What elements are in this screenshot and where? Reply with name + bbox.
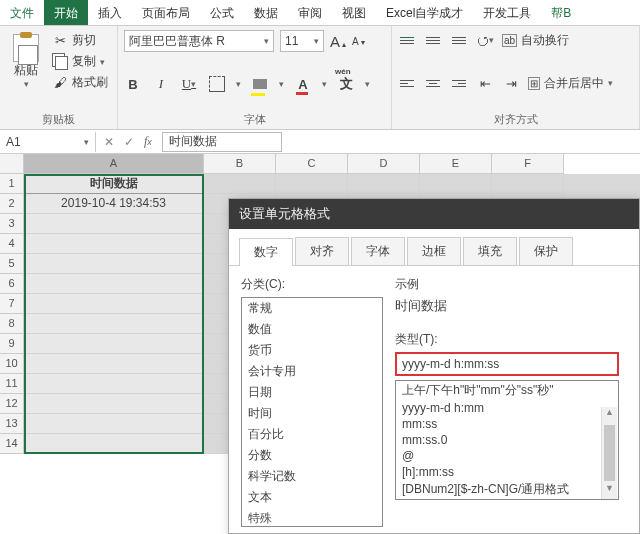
row-header[interactable]: 4 [0, 234, 24, 254]
name-box[interactable]: A1▾ [0, 132, 96, 152]
col-header[interactable]: A [24, 154, 204, 174]
row-header[interactable]: 12 [0, 394, 24, 414]
category-item[interactable]: 分数 [242, 445, 382, 466]
formula-bar[interactable]: 时间数据 [162, 132, 282, 152]
bold-button[interactable]: B [124, 74, 142, 94]
row-header[interactable]: 14 [0, 434, 24, 454]
align-top-button[interactable] [398, 30, 416, 50]
scroll-down-icon[interactable]: ▼ [602, 483, 617, 499]
cell[interactable] [24, 414, 204, 434]
shrink-font-button[interactable]: A▾ [352, 36, 365, 47]
copy-button[interactable]: 复制 ▾ [52, 53, 108, 70]
type-item[interactable]: [h]:mm:ss [396, 464, 618, 480]
col-header[interactable]: D [348, 154, 420, 174]
phonetic-button[interactable]: 文 [337, 74, 355, 94]
type-list[interactable]: 上午/下午h"时"mm"分"ss"秒" yyyy-m-d h:mm mm:ss … [395, 380, 619, 500]
category-item[interactable]: 特殊 [242, 508, 382, 527]
cell[interactable]: 2019-10-4 19:34:53 [24, 194, 204, 214]
category-item[interactable]: 日期 [242, 382, 382, 403]
font-color-button[interactable]: A [294, 74, 312, 94]
cell[interactable] [24, 334, 204, 354]
cell[interactable] [24, 394, 204, 414]
cell[interactable] [24, 274, 204, 294]
cell[interactable] [420, 174, 492, 194]
cell[interactable] [492, 174, 564, 194]
category-item[interactable]: 数值 [242, 319, 382, 340]
scroll-thumb[interactable] [604, 425, 615, 481]
type-item[interactable]: mm:ss.0 [396, 432, 618, 448]
underline-button[interactable]: U▾ [180, 74, 198, 94]
align-left-button[interactable] [398, 73, 416, 93]
row-header[interactable]: 3 [0, 214, 24, 234]
font-name-select[interactable]: 阿里巴巴普惠体 R▾ [124, 30, 274, 52]
cell[interactable] [24, 434, 204, 454]
cell[interactable] [24, 214, 204, 234]
merge-center-button[interactable]: ⊞合并后居中 ▾ [528, 75, 613, 92]
grow-font-button[interactable]: A▴ [330, 33, 346, 50]
cell[interactable] [348, 174, 420, 194]
type-item[interactable]: 上午/下午h"时"mm"分"ss"秒" [396, 381, 618, 400]
type-item[interactable]: @ [396, 448, 618, 464]
row-header[interactable]: 2 [0, 194, 24, 214]
cell[interactable] [24, 254, 204, 274]
wrap-text-button[interactable]: ab自动换行 [502, 32, 569, 49]
cell[interactable] [24, 234, 204, 254]
tab-formula[interactable]: 公式 [200, 0, 244, 25]
row-header[interactable]: 5 [0, 254, 24, 274]
col-header[interactable]: B [204, 154, 276, 174]
italic-button[interactable]: I [152, 74, 170, 94]
scroll-up-icon[interactable]: ▲ [602, 407, 617, 423]
cell[interactable]: 时间数据 [24, 174, 204, 194]
category-item[interactable]: 会计专用 [242, 361, 382, 382]
category-list[interactable]: 常规 数值 货币 会计专用 日期 时间 百分比 分数 科学记数 文本 特殊 自定… [241, 297, 383, 527]
dialog-tab-align[interactable]: 对齐 [295, 237, 349, 265]
tab-custom[interactable]: Excel自学成才 [376, 0, 473, 25]
align-center-button[interactable] [424, 73, 442, 93]
fx-icon[interactable]: fx [144, 134, 152, 149]
tab-insert[interactable]: 插入 [88, 0, 132, 25]
cell[interactable] [24, 294, 204, 314]
tab-view[interactable]: 视图 [332, 0, 376, 25]
dialog-tab-border[interactable]: 边框 [407, 237, 461, 265]
col-header[interactable]: F [492, 154, 564, 174]
tab-file[interactable]: 文件 [0, 0, 44, 25]
fill-color-button[interactable] [251, 74, 269, 94]
cell[interactable] [276, 174, 348, 194]
col-header[interactable]: C [276, 154, 348, 174]
align-right-button[interactable] [450, 73, 468, 93]
scrollbar[interactable]: ▲ ▼ [601, 407, 617, 499]
category-item[interactable]: 文本 [242, 487, 382, 508]
indent-right-button[interactable]: ⇥ [502, 73, 520, 93]
cut-button[interactable]: 剪切 [52, 32, 108, 49]
check-icon[interactable]: ✓ [124, 135, 134, 149]
dialog-tab-protect[interactable]: 保护 [519, 237, 573, 265]
align-middle-button[interactable] [424, 30, 442, 50]
tab-dev[interactable]: 开发工具 [473, 0, 541, 25]
dialog-tab-fill[interactable]: 填充 [463, 237, 517, 265]
paste-button[interactable]: 粘贴 ▾ [6, 30, 46, 91]
tab-data[interactable]: 数据 [244, 0, 288, 25]
dialog-tab-number[interactable]: 数字 [239, 238, 293, 266]
row-header[interactable]: 7 [0, 294, 24, 314]
tab-layout[interactable]: 页面布局 [132, 0, 200, 25]
dialog-tab-font[interactable]: 字体 [351, 237, 405, 265]
indent-left-button[interactable]: ⇤ [476, 73, 494, 93]
tab-review[interactable]: 审阅 [288, 0, 332, 25]
col-header[interactable]: E [420, 154, 492, 174]
type-item[interactable]: yyyy-m-d h:mm [396, 400, 618, 416]
category-item[interactable]: 科学记数 [242, 466, 382, 487]
tab-home[interactable]: 开始 [44, 0, 88, 25]
row-header[interactable]: 1 [0, 174, 24, 194]
type-item[interactable]: mm:ss [396, 416, 618, 432]
row-header[interactable]: 13 [0, 414, 24, 434]
orientation-button[interactable]: ⭯▾ [476, 30, 494, 50]
tab-help[interactable]: 帮B [541, 0, 581, 25]
type-item[interactable]: [DBNum2][$-zh-CN]G/通用格式 [396, 480, 618, 499]
row-header[interactable]: 9 [0, 334, 24, 354]
cell[interactable] [24, 374, 204, 394]
cancel-icon[interactable]: ✕ [104, 135, 114, 149]
border-button[interactable] [208, 74, 226, 94]
row-header[interactable]: 11 [0, 374, 24, 394]
select-all-corner[interactable] [0, 154, 24, 174]
category-item[interactable]: 时间 [242, 403, 382, 424]
